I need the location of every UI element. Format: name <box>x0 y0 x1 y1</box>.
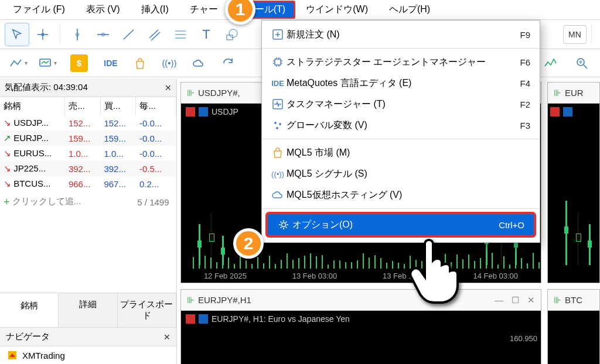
menu-insert[interactable]: 挿入(I) <box>131 1 179 19</box>
vertical-line-tool[interactable] <box>65 23 90 46</box>
chart-eur-right[interactable]: ⊪EUR <box>547 82 600 283</box>
menu-help[interactable]: ヘルプ(H) <box>379 1 441 19</box>
market-button[interactable] <box>127 52 154 74</box>
ide-icon: IDE <box>269 79 287 88</box>
dollar-button[interactable]: $ <box>66 52 93 74</box>
mi-new-order-label: 新規注文 (N) <box>287 29 520 41</box>
chart-eur-right-title[interactable]: ⊪EUR <box>548 83 599 104</box>
horizontal-line-tool[interactable] <box>91 23 115 46</box>
mi-mql5-signals[interactable]: ((•)) MQL5 シグナル (S) <box>262 163 540 184</box>
text-tool[interactable]: T <box>194 23 219 46</box>
chart-eur-right-body[interactable] <box>548 104 599 283</box>
chart-btc-right-title[interactable]: ⊪BTC <box>548 290 599 311</box>
options-highlight-frame: オプション(O) Ctrl+O <box>265 212 536 238</box>
mi-metaeditor[interactable]: IDE MetaQuotes 言語エディタ (E) F4 <box>262 73 540 94</box>
zoom-in-icon <box>575 57 588 70</box>
mi-metaeditor-short: F4 <box>520 78 530 88</box>
svg-line-5 <box>124 30 134 39</box>
chart-eurjpy-title[interactable]: ⊪EURJPY#,H1 — ☐ ✕ <box>181 290 541 311</box>
menu-chart[interactable]: チャー <box>179 1 229 19</box>
mi-vps-label: MQL5仮想ホスティング (V) <box>287 189 530 201</box>
mi-metaeditor-label: MetaQuotes 言語エディタ (E) <box>287 77 520 90</box>
gear-icon <box>278 219 289 231</box>
col-ask[interactable]: 買... <box>100 97 136 115</box>
refresh-button[interactable] <box>214 52 241 74</box>
chart-eurjpy[interactable]: ⊪EURJPY#,H1 — ☐ ✕ EURJPY#, H1: Euro vs J… <box>180 289 541 364</box>
mi-market-label: MQL5 市場 (M) <box>287 147 530 159</box>
plus-box-icon <box>272 29 284 40</box>
navigator-row-1[interactable]: XMTrading <box>0 346 176 364</box>
tools-dropdown: 新規注文 (N) F9 ストラテジテスター エージェントマネージャー F6 ID… <box>261 20 540 243</box>
shapes-tool[interactable] <box>220 23 244 46</box>
add-symbol-row[interactable]: + クリックして追... 5 / 1499 <box>0 191 176 213</box>
monitor-icon <box>39 57 52 69</box>
mi-globalvars-label: グローバル変数 (V) <box>287 119 520 132</box>
table-row[interactable]: ↘ BTCUS...966...967...0.2... <box>0 176 176 191</box>
svg-point-27 <box>282 223 286 227</box>
menu-view[interactable]: 表示 (V) <box>76 1 131 19</box>
table-row[interactable]: ↘ EURUS...1.0...1.0...-0.0... <box>0 146 176 161</box>
mi-new-order-short: F9 <box>520 30 530 40</box>
market-watch-close[interactable]: ✕ <box>165 83 172 92</box>
mini-chart[interactable] <box>537 52 564 74</box>
cloud-icon <box>271 190 284 200</box>
mi-taskmgr-short: F2 <box>520 99 530 109</box>
svg-rect-22 <box>275 59 281 65</box>
crosshair-tool[interactable] <box>30 23 55 46</box>
mi-options[interactable]: オプション(O) Ctrl+O <box>268 214 534 235</box>
symbol-table: 銘柄 売... 買... 毎... ↘ USDJP...152...152...… <box>0 97 176 213</box>
fib-tool[interactable] <box>168 23 193 46</box>
tab-priceboard[interactable]: プライスボード <box>118 293 176 327</box>
symbol-counter: 5 / 1499 <box>100 191 176 213</box>
close-icon[interactable]: ✕ <box>527 295 535 305</box>
channel-tool[interactable] <box>142 23 167 46</box>
mi-options-label: オプション(O) <box>292 219 499 231</box>
monitor-drop[interactable]: ▾ <box>34 52 61 74</box>
cloud-button[interactable] <box>185 52 212 74</box>
chart-btc-right[interactable]: ⊪BTC <box>547 289 600 364</box>
table-header-row: 銘柄 売... 買... 毎... <box>0 97 176 115</box>
fib-icon <box>173 28 188 41</box>
svg-point-24 <box>274 122 277 124</box>
mi-mql5-vps[interactable]: MQL5仮想ホスティング (V) <box>262 184 540 205</box>
zoom-in[interactable] <box>568 52 595 74</box>
signal-button[interactable]: ((•)) <box>156 52 183 74</box>
chart-eurjpy-body[interactable]: EURJPY#, H1: Euro vs Japanese Yen 160.95… <box>181 311 541 364</box>
linechart-drop[interactable]: ▾ <box>5 52 32 74</box>
cloud-icon <box>192 57 206 69</box>
mi-strategy-tester[interactable]: ストラテジテスター エージェントマネージャー F6 <box>262 51 540 73</box>
tab-symbols[interactable]: 銘柄 <box>0 293 59 327</box>
svg-line-15 <box>584 65 587 68</box>
candle-icon: ⊪ <box>554 295 561 305</box>
menu-file[interactable]: ファイル (F) <box>2 1 76 19</box>
menu-window[interactable]: ウインドウ(W) <box>295 1 379 19</box>
trendline-tool[interactable] <box>117 23 141 46</box>
max-icon[interactable]: ☐ <box>512 295 519 305</box>
mi-task-manager[interactable]: タスクマネージャー (T) F2 <box>262 94 540 115</box>
mi-globalvars-short: F3 <box>520 121 530 131</box>
timeframe-mn[interactable]: MN <box>563 25 587 44</box>
col-bid[interactable]: 売... <box>65 97 101 115</box>
mi-mql5-market[interactable]: MQL5 市場 (M) <box>262 142 540 163</box>
tab-details[interactable]: 詳細 <box>59 293 117 327</box>
table-row[interactable]: ↗ EURJP...159...159...-0.0... <box>0 131 176 146</box>
table-row[interactable]: ↘ USDJP...152...152...-0.0... <box>0 115 176 131</box>
ide-button[interactable]: IDE <box>97 52 124 74</box>
navigator-close[interactable]: ✕ <box>163 332 171 342</box>
svg-line-7 <box>151 32 160 40</box>
mi-global-vars[interactable]: グローバル変数 (V) F3 <box>262 115 540 136</box>
mi-new-order[interactable]: 新規注文 (N) F9 <box>262 24 540 45</box>
bag-icon <box>134 57 146 70</box>
cursor-tool[interactable] <box>5 23 29 46</box>
col-symbol[interactable]: 銘柄 <box>0 97 65 115</box>
chart-btc-right-body[interactable] <box>548 311 599 364</box>
min-icon[interactable]: — <box>495 295 503 305</box>
chart-btc-right-label: BTC <box>565 295 582 305</box>
mi-taskmgr-label: タスクマネージャー (T) <box>287 98 520 111</box>
col-change[interactable]: 毎... <box>136 97 176 115</box>
dots-icon <box>272 119 284 131</box>
table-row[interactable]: ↘ JP225...392...392...-0.5... <box>0 161 176 176</box>
bag-icon <box>272 147 283 159</box>
candle-icon: ⊪ <box>187 295 195 305</box>
broker-icon <box>7 350 18 360</box>
